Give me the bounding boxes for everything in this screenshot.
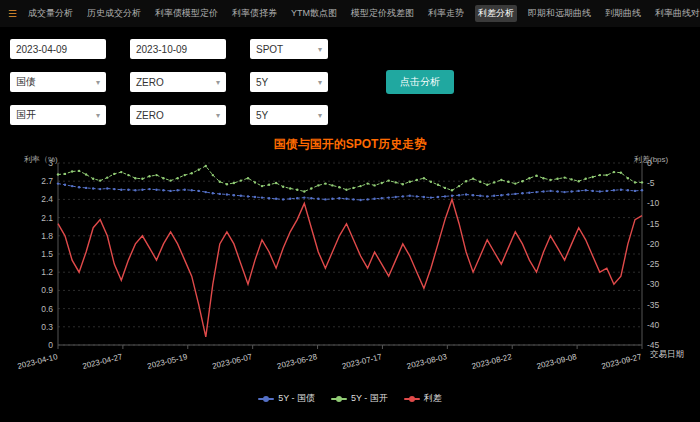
chevron-down-icon: ▾ — [96, 78, 100, 87]
svg-text:0: 0 — [48, 340, 53, 350]
svg-text:-25: -25 — [647, 259, 660, 269]
svg-text:2.4: 2.4 — [41, 194, 53, 204]
mode1-value: ZERO — [136, 77, 164, 88]
chevron-down-icon: ▾ — [318, 111, 322, 120]
nav-tab[interactable]: 模型定价残差图 — [348, 5, 417, 22]
svg-text:交易日期: 交易日期 — [650, 349, 684, 359]
svg-text:2023-08-22: 2023-08-22 — [471, 352, 513, 371]
svg-text:2023-07-17: 2023-07-17 — [341, 352, 383, 371]
svg-text:0.6: 0.6 — [41, 304, 53, 314]
svg-text:2023-06-07: 2023-06-07 — [211, 352, 253, 371]
bond1-value: 国债 — [16, 75, 36, 89]
svg-text:2023-09-27: 2023-09-27 — [601, 352, 643, 371]
series-5Y - 国债 — [58, 184, 642, 200]
legend-label: 利差 — [424, 392, 442, 405]
controls-panel: 2023-04-09 2023-10-09 SPOT ▾ 国债 ▾ ZERO ▾… — [0, 27, 700, 125]
end-date-value: 2023-10-09 — [136, 44, 187, 55]
legend-label: 5Y - 国债 — [278, 392, 315, 405]
svg-text:-30: -30 — [647, 279, 660, 289]
top-nav: ☰ 成交量分析历史成交分析利率债模型定价利率债择券YTM散点图模型定价残差图利率… — [0, 0, 700, 27]
controls-row-1: 2023-04-09 2023-10-09 SPOT ▾ — [10, 39, 700, 59]
nav-tab[interactable]: 成交量分析 — [25, 5, 76, 22]
nav-tab[interactable]: 利率债模型定价 — [152, 5, 221, 22]
svg-text:2023-04-10: 2023-04-10 — [17, 352, 59, 371]
mode1-select[interactable]: ZERO ▾ — [130, 72, 226, 92]
legend-marker-icon — [258, 395, 274, 403]
nav-tab[interactable]: YTM散点图 — [288, 5, 340, 22]
svg-text:利率（%): 利率（%) — [24, 155, 58, 164]
svg-text:-15: -15 — [647, 219, 660, 229]
curve-type-value: SPOT — [256, 44, 283, 55]
nav-tab[interactable]: 即期和远期曲线 — [525, 5, 594, 22]
analyze-button[interactable]: 点击分析 — [386, 70, 454, 94]
chevron-down-icon: ▾ — [216, 111, 220, 120]
menu-icon[interactable]: ☰ — [8, 8, 17, 19]
svg-text:2023-09-08: 2023-09-08 — [536, 352, 578, 371]
svg-text:2.7: 2.7 — [41, 176, 53, 186]
bond1-select[interactable]: 国债 ▾ — [10, 72, 106, 92]
chart-legend: 5Y - 国债5Y - 国开利差 — [0, 392, 700, 405]
series-5Y - 国开 — [58, 166, 642, 192]
nav-tab[interactable]: 历史成交分析 — [84, 5, 144, 22]
tenor2-value: 5Y — [256, 110, 268, 121]
chevron-down-icon: ▾ — [318, 78, 322, 87]
svg-text:-20: -20 — [647, 239, 660, 249]
svg-text:0.3: 0.3 — [41, 322, 53, 332]
svg-text:0.9: 0.9 — [41, 285, 53, 295]
mode2-value: ZERO — [136, 110, 164, 121]
mode2-select[interactable]: ZERO ▾ — [130, 105, 226, 125]
legend-label: 5Y - 国开 — [351, 392, 388, 405]
bond2-select[interactable]: 国开 ▾ — [10, 105, 106, 125]
svg-text:利差(bps): 利差(bps) — [634, 155, 669, 164]
svg-text:2.1: 2.1 — [41, 213, 53, 223]
spread-chart: 00.30.60.91.21.51.82.12.42.730-5-10-15-2… — [0, 153, 700, 391]
tenor1-value: 5Y — [256, 77, 268, 88]
svg-text:2023-06-28: 2023-06-28 — [276, 352, 318, 371]
tenor2-select[interactable]: 5Y ▾ — [250, 105, 328, 125]
svg-text:-5: -5 — [647, 178, 655, 188]
legend-marker-icon — [404, 395, 420, 403]
chevron-down-icon: ▾ — [216, 78, 220, 87]
svg-text:-35: -35 — [647, 300, 660, 310]
nav-tabs: 成交量分析历史成交分析利率债模型定价利率债择券YTM散点图模型定价残差图利率走势… — [25, 5, 700, 22]
nav-tab[interactable]: 利率走势 — [425, 5, 467, 22]
start-date-input[interactable]: 2023-04-09 — [10, 39, 106, 59]
chevron-down-icon: ▾ — [96, 111, 100, 120]
curve-type-select[interactable]: SPOT ▾ — [250, 39, 328, 59]
svg-text:2023-05-19: 2023-05-19 — [146, 352, 188, 371]
nav-tab[interactable]: 利差分析 — [475, 5, 517, 22]
svg-text:1.5: 1.5 — [41, 249, 53, 259]
legend-item[interactable]: 利差 — [404, 392, 442, 405]
bond2-value: 国开 — [16, 108, 36, 122]
legend-item[interactable]: 5Y - 国债 — [258, 392, 315, 405]
svg-text:2023-04-27: 2023-04-27 — [81, 352, 123, 371]
chart-title: 国债与国开的SPOT历史走势 — [0, 136, 700, 153]
svg-text:2023-08-03: 2023-08-03 — [406, 352, 448, 371]
svg-text:1.2: 1.2 — [41, 267, 53, 277]
chevron-down-icon: ▾ — [318, 45, 322, 54]
svg-text:-10: -10 — [647, 198, 660, 208]
end-date-input[interactable]: 2023-10-09 — [130, 39, 226, 59]
controls-row-2: 国债 ▾ ZERO ▾ 5Y ▾ 点击分析 — [10, 70, 700, 94]
svg-text:-40: -40 — [647, 320, 660, 330]
nav-tab[interactable]: 利率债择券 — [229, 5, 280, 22]
series-利差 — [58, 199, 642, 337]
legend-item[interactable]: 5Y - 国开 — [331, 392, 388, 405]
legend-marker-icon — [331, 395, 347, 403]
svg-text:1.8: 1.8 — [41, 231, 53, 241]
tenor1-select[interactable]: 5Y ▾ — [250, 72, 328, 92]
controls-row-3: 国开 ▾ ZERO ▾ 5Y ▾ — [10, 105, 700, 125]
nav-tab[interactable]: 到期曲线 — [602, 5, 644, 22]
start-date-value: 2023-04-09 — [16, 44, 67, 55]
nav-tab[interactable]: 利率曲线对比(到期收益率) — [652, 5, 700, 22]
